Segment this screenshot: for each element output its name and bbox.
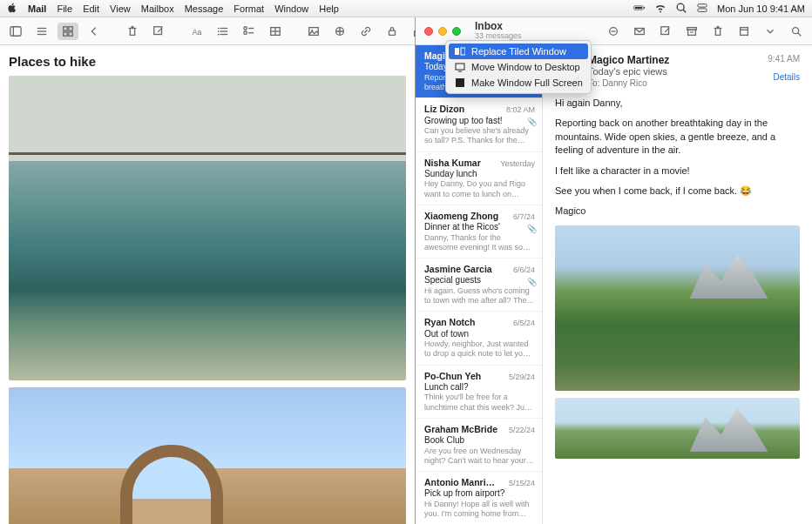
message-list-item[interactable]: Nisha KumarYesterdaySunday lunchHey Dann… [416,152,542,205]
svg-point-24 [244,26,247,30]
filter-icon[interactable] [603,23,624,40]
svg-rect-51 [456,64,464,70]
checklist-icon[interactable] [239,23,260,40]
svg-text:Aa: Aa [193,27,202,36]
format-icon[interactable] [329,23,350,40]
preview-paragraph: Hi again Danny, [555,97,800,110]
battery-icon[interactable] [633,2,646,16]
svg-rect-16 [154,26,162,34]
attachment-icon: 📎 [527,278,537,287]
lock-icon[interactable] [382,23,403,40]
message-list-item[interactable]: Xiaomeng Zhong6/7/24Dinner at the Ricos'… [416,205,542,259]
zoom-window-button[interactable] [452,27,461,36]
list-icon[interactable] [213,23,233,40]
menubar-clock[interactable]: Mon Jun 10 9:41 AM [717,3,805,14]
compose-window: Aa Places to hike [0,17,416,524]
svg-rect-2 [644,6,645,8]
table-icon[interactable] [265,23,286,40]
spotlight-icon[interactable] [675,2,687,16]
svg-rect-5 [698,3,707,7]
svg-rect-53 [456,78,464,87]
menu-view[interactable]: View [110,3,131,14]
menu-make-fullscreen[interactable]: Make Window Full Screen [449,75,588,91]
menu-format[interactable]: Format [233,3,264,14]
menu-message[interactable]: Message [185,3,224,14]
view-list-icon[interactable] [31,23,52,40]
menu-app[interactable]: Mail [28,3,46,14]
message-list-item[interactable]: Po-Chun Yeh5/29/24Lunch call?Think you'l… [416,366,542,419]
preview-paragraph: See you when I come back, if I come back… [555,185,800,198]
more-icon[interactable] [760,23,781,40]
preview-image-2[interactable] [555,398,800,459]
message-list-item[interactable]: Liz Dizon8:02 AMGrowing up too fast!Can … [416,98,542,151]
document-title: Places to hike [9,54,406,69]
envelope-icon[interactable] [629,23,650,40]
archive-icon[interactable] [681,23,702,40]
back-icon[interactable] [84,23,105,40]
mail-window: Inbox 33 messages Replace Tiled Window [416,17,812,524]
menu-move-to-desktop[interactable]: Move Window to Desktop [449,59,588,75]
preview-details-link[interactable]: Details [773,72,800,82]
svg-rect-50 [461,48,465,55]
window-controls [421,27,461,36]
junk-icon[interactable] [734,23,754,40]
trash-icon[interactable] [122,23,143,40]
svg-point-23 [218,33,220,35]
svg-rect-49 [455,48,459,55]
menu-mailbox[interactable]: Mailbox [141,3,174,14]
preview-subject: Today's epic views [588,66,761,77]
svg-rect-41 [661,26,669,34]
control-center-icon[interactable] [696,2,708,16]
menu-window[interactable]: Window [274,3,308,14]
svg-point-47 [793,27,799,33]
mailbox-title[interactable]: Inbox 33 messages [475,21,522,41]
view-grid-icon[interactable] [58,23,78,40]
close-window-button[interactable] [424,27,433,36]
menu-item-label: Move Window to Desktop [471,62,580,72]
preview-time: 9:41 AM [768,54,800,64]
attachment-icon: 📎 [527,225,537,234]
sidebar-toggle-icon[interactable] [5,23,26,40]
preview-paragraph: I felt like a character in a movie! [555,165,800,178]
menu-edit[interactable]: Edit [83,3,99,14]
apple-logo-icon[interactable] [7,3,17,15]
preview-image-1[interactable] [555,225,800,391]
minimize-window-button[interactable] [438,27,447,36]
compose-document[interactable]: Places to hike [0,45,415,524]
message-list-item[interactable]: Graham McBride5/22/24Book ClubAre you fr… [416,419,542,472]
menu-file[interactable]: File [57,3,72,14]
preview-from: Magico Martinez [588,54,761,66]
compose-icon[interactable] [148,23,169,40]
trash-icon[interactable] [707,23,728,40]
svg-line-48 [798,32,802,36]
preview-to: To: Danny Rico [588,78,761,88]
svg-point-3 [677,3,684,10]
new-mail-icon[interactable] [655,23,676,40]
wifi-icon[interactable] [654,2,667,16]
attachment-icon: 📎 [527,118,537,127]
message-list-item[interactable]: Ryan Notch6/5/24Out of townHowdy, neighb… [416,312,542,365]
svg-rect-15 [69,31,72,35]
message-preview: Magico Martinez Today's epic views To: D… [543,45,812,524]
menu-item-label: Make Window Full Screen [471,77,583,88]
search-mail-icon[interactable] [786,23,807,40]
attached-image-2[interactable] [9,387,406,524]
svg-rect-34 [389,30,396,35]
font-size-icon[interactable]: Aa [186,23,207,40]
svg-rect-7 [10,26,21,36]
menu-help[interactable]: Help [319,3,339,14]
svg-rect-14 [64,31,67,35]
svg-rect-6 [698,8,707,11]
photo-icon[interactable] [303,23,324,40]
svg-point-26 [244,31,247,35]
fullscreen-icon [454,77,466,88]
message-list-item[interactable]: Jasmine Garcia6/6/24Special guestsHi aga… [416,259,542,312]
preview-paragraph: Reporting back on another breathtaking d… [555,117,800,157]
message-list-item[interactable]: Antonio Manriquez5/15/24Pick up from air… [416,472,542,524]
attached-image-1[interactable] [9,76,406,380]
svg-point-22 [218,30,220,32]
menu-replace-tiled-window[interactable]: Replace Tiled Window [449,44,588,59]
message-list[interactable]: Magico Martinez9:41 AMToday's epic views… [416,45,543,524]
svg-rect-12 [64,26,67,30]
link-icon[interactable] [355,23,376,40]
